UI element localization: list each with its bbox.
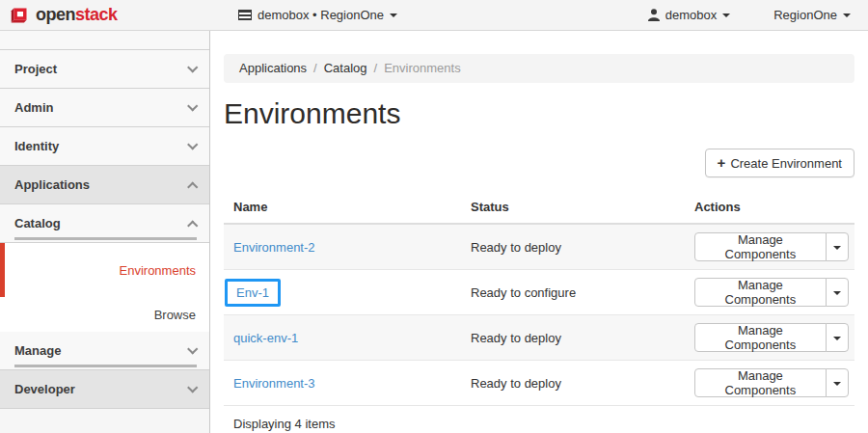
caret-down-icon — [833, 246, 841, 250]
sidebar-item-browse[interactable]: Browse — [0, 297, 209, 332]
sidebar-item-developer[interactable]: Developer — [0, 370, 209, 409]
create-environment-label: Create Environment — [730, 156, 842, 171]
column-header-name: Name — [224, 189, 461, 224]
chevron-down-icon — [187, 139, 198, 149]
sidebar-filler — [0, 409, 209, 433]
sidebar-item-catalog[interactable]: Catalog — [0, 204, 209, 243]
sidebar-item-label: Project — [14, 62, 57, 76]
table-row: Env-1 Ready to configure Manage Componen… — [224, 270, 854, 315]
environment-link[interactable]: quick-env-1 — [233, 331, 298, 345]
actions-dropdown-toggle[interactable] — [826, 323, 849, 352]
actions-dropdown-toggle[interactable] — [826, 368, 849, 397]
table-row: quick-env-1 Ready to deploy Manage Compo… — [224, 315, 854, 361]
caret-down-icon — [833, 382, 841, 386]
sidebar-partial-item — [0, 31, 209, 50]
caret-down-icon — [722, 14, 730, 17]
manage-components-button[interactable]: Manage Components — [694, 323, 827, 352]
actions-dropdown-toggle[interactable] — [826, 232, 849, 261]
actions-dropdown-toggle[interactable] — [826, 278, 849, 307]
environment-link[interactable]: Env-1 — [236, 285, 269, 300]
user-menu-label: demobox — [665, 8, 717, 22]
manage-components-button[interactable]: Manage Components — [694, 232, 827, 261]
sidebar-item-admin[interactable]: Admin — [0, 89, 209, 127]
context-label: demobox • RegionOne — [258, 8, 384, 22]
breadcrumb-item-applications[interactable]: Applications — [239, 61, 307, 75]
sidebar-item-label: Identity — [14, 139, 59, 153]
openstack-cube-icon — [10, 5, 30, 25]
sidebar: Project Admin Identity Applications Cata… — [0, 31, 210, 433]
user-icon — [648, 9, 660, 21]
manage-components-button[interactable]: Manage Components — [694, 278, 827, 307]
sidebar-item-label: Manage — [14, 343, 61, 358]
breadcrumb-item-environments: Environments — [384, 61, 460, 75]
plus-icon — [718, 155, 726, 171]
create-environment-button[interactable]: Create Environment — [705, 149, 854, 177]
divider-rule — [14, 365, 197, 367]
sidebar-item-label: Developer — [14, 382, 75, 396]
caret-down-icon — [390, 14, 397, 17]
main-content: Applications/Catalog/Environments Enviro… — [210, 31, 868, 433]
row-actions: Manage Components — [694, 323, 849, 352]
environment-link[interactable]: Environment-2 — [233, 240, 315, 255]
sidebar-item-project[interactable]: Project — [0, 50, 209, 89]
manage-components-button[interactable]: Manage Components — [694, 368, 827, 397]
user-menu[interactable]: demobox — [648, 8, 730, 22]
chevron-down-icon — [187, 62, 198, 72]
status-text: Ready to deploy — [461, 224, 685, 270]
page-title: Environments — [224, 97, 854, 130]
status-text: Ready to deploy — [461, 315, 685, 361]
column-header-status: Status — [461, 189, 685, 224]
topbar: openstack demobox • RegionOne demobox Re… — [0, 0, 868, 31]
highlight-box: Env-1 — [225, 279, 281, 307]
caret-down-icon — [833, 291, 841, 295]
sidebar-item-label: Environments — [120, 263, 196, 278]
domain-list-icon — [238, 10, 252, 20]
row-actions: Manage Components — [694, 278, 849, 307]
status-text: Ready to deploy — [461, 361, 685, 406]
region-menu[interactable]: RegionOne — [773, 8, 851, 22]
status-text: Ready to configure — [461, 270, 685, 315]
caret-down-icon — [843, 14, 851, 17]
project-region-switcher[interactable]: demobox • RegionOne — [238, 8, 397, 22]
sidebar-item-label: Browse — [154, 308, 196, 322]
sidebar-item-manage[interactable]: Manage — [0, 332, 209, 370]
table-header-row: Name Status Actions — [224, 189, 854, 224]
divider-rule — [14, 237, 197, 240]
table-row: Environment-3 Ready to deploy Manage Com… — [224, 361, 854, 406]
table-body: Environment-2 Ready to deploy Manage Com… — [224, 224, 854, 406]
row-actions: Manage Components — [694, 368, 849, 397]
environment-link[interactable]: Environment-3 — [233, 376, 315, 391]
openstack-logo: openstack — [0, 5, 209, 25]
chevron-up-icon — [187, 181, 198, 192]
chevron-down-icon — [187, 343, 198, 354]
sidebar-item-applications[interactable]: Applications — [0, 166, 209, 204]
row-actions: Manage Components — [694, 232, 849, 261]
column-header-actions: Actions — [685, 189, 854, 224]
sidebar-item-identity[interactable]: Identity — [0, 127, 209, 166]
table-footer: Displaying 4 items — [224, 406, 854, 433]
sidebar-item-label: Applications — [14, 177, 90, 192]
breadcrumb-separator: / — [374, 61, 378, 75]
sidebar-item-environments[interactable]: Environments — [0, 243, 209, 297]
breadcrumb-separator: / — [313, 61, 317, 75]
breadcrumb: Applications/Catalog/Environments — [224, 54, 854, 83]
environments-table: Name Status Actions Environment-2 Ready … — [224, 189, 854, 406]
chevron-down-icon — [187, 382, 198, 392]
chevron-up-icon — [187, 220, 198, 230]
breadcrumb-item-catalog[interactable]: Catalog — [324, 61, 367, 75]
caret-down-icon — [833, 337, 841, 340]
region-menu-label: RegionOne — [773, 8, 837, 22]
sidebar-item-label: Catalog — [14, 216, 61, 230]
sidebar-item-label: Admin — [14, 100, 53, 115]
chevron-down-icon — [187, 100, 198, 111]
table-row: Environment-2 Ready to deploy Manage Com… — [224, 224, 854, 270]
brand-text: openstack — [36, 5, 118, 25]
table-actions-row: Create Environment — [224, 149, 854, 177]
